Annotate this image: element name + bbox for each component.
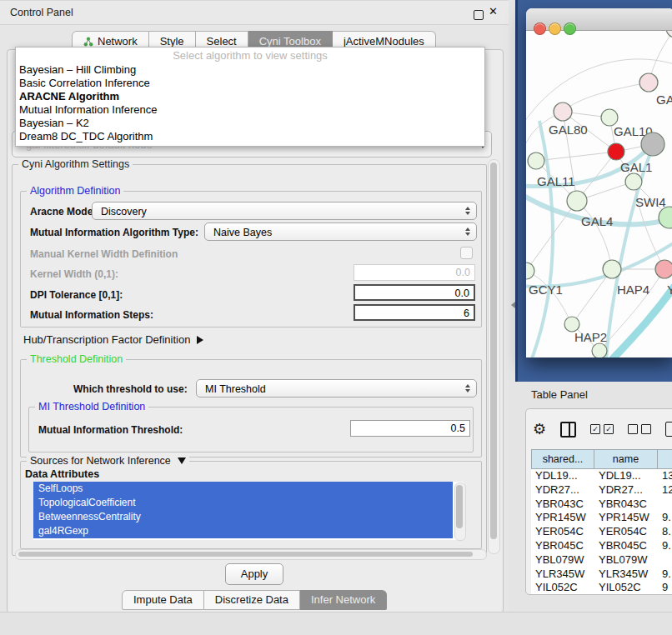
table-cell: 8. bbox=[658, 525, 672, 539]
columns-icon[interactable] bbox=[560, 422, 576, 438]
algorithm-option[interactable]: Basic Correlation Inference bbox=[16, 77, 484, 90]
cyni-settings-legend: Cyni Algorithm Settings bbox=[18, 158, 133, 170]
gear-icon[interactable]: ⚙ bbox=[533, 422, 546, 437]
which-threshold-label: Which threshold to use: bbox=[73, 383, 188, 395]
algorithm-dropdown-placeholder: Select algorithm to view settings bbox=[16, 48, 484, 63]
network-node-swi4[interactable] bbox=[659, 207, 672, 228]
network-node-gal80[interactable] bbox=[554, 102, 572, 121]
column-header[interactable]: shared... bbox=[531, 449, 594, 469]
column-header[interactable] bbox=[658, 449, 672, 469]
table-row[interactable]: YIL052CYIL052C9 bbox=[531, 581, 672, 595]
network-node[interactable] bbox=[608, 143, 624, 160]
deselect-all-icon[interactable] bbox=[628, 424, 651, 434]
data-attributes-list[interactable]: SelfLoopsTopologicalCoefficientBetweenne… bbox=[33, 482, 464, 540]
mi-algorithm-type-combobox[interactable]: Naive Bayes bbox=[204, 222, 477, 241]
mi-threshold-field[interactable]: 0.5 bbox=[350, 420, 470, 437]
network-node[interactable] bbox=[592, 343, 607, 358]
table-row[interactable]: YER054CYER054C8. bbox=[531, 525, 672, 539]
sources-expander-label: Sources for Network Inference bbox=[30, 455, 171, 467]
select-all-icon[interactable]: ✓✓ bbox=[590, 424, 614, 434]
table-row[interactable]: YBR043CYBR043C bbox=[531, 498, 672, 512]
network-canvas[interactable]: GALGAL80GAL10GAL1GAL11GAL4SWI4GCY1HAP4YH… bbox=[526, 31, 672, 358]
table-header-row: shared...name bbox=[531, 449, 672, 469]
bottom-tab-infer-network[interactable]: Infer Network bbox=[300, 590, 387, 610]
node-label: GAL80 bbox=[549, 122, 588, 137]
attribute-item[interactable]: SelfLoops bbox=[33, 482, 453, 496]
bottom-tab-discretize-data[interactable]: Discretize Data bbox=[204, 590, 300, 610]
table-cell: 13 bbox=[658, 469, 672, 483]
table-cell: YPR145W bbox=[531, 511, 594, 525]
algorithm-option[interactable]: ARACNE Algorithm bbox=[16, 90, 484, 103]
network-node-gal10[interactable] bbox=[601, 109, 618, 126]
hub-factor-expander-label: Hub/Transcription Factor Definition bbox=[23, 333, 190, 346]
table-row[interactable]: YLR345WYLR345W9. bbox=[531, 568, 672, 582]
float-panel-icon[interactable] bbox=[474, 10, 484, 20]
table-toolbar: ⚙ ✓✓ bbox=[533, 419, 672, 439]
apply-button[interactable]: Apply bbox=[225, 563, 283, 585]
aracne-mode-label: Aracne Mode: bbox=[30, 206, 96, 218]
table-row[interactable]: YPR145WYPR145W9. bbox=[531, 511, 672, 525]
network-node-gal1[interactable] bbox=[625, 173, 642, 190]
dpi-tolerance-field[interactable]: 0.0 bbox=[354, 284, 475, 301]
algorithm-option[interactable]: Dream8 DC_TDC Algorithm bbox=[16, 130, 484, 143]
which-threshold-combobox[interactable]: MI Threshold bbox=[196, 379, 477, 398]
algorithm-definition-legend: Algorithm Definition bbox=[27, 185, 123, 197]
attribute-item[interactable]: BetweennessCentrality bbox=[33, 510, 453, 524]
table-panel: Table Panel ⚙ ✓✓ shared...name YDL19...Y… bbox=[515, 382, 672, 612]
mi-algorithm-type-value: Naive Bayes bbox=[213, 227, 272, 238]
file-icon[interactable] bbox=[665, 422, 672, 437]
scrollbar-thumb[interactable] bbox=[456, 485, 463, 528]
column-header[interactable]: name bbox=[594, 449, 658, 469]
mi-steps-field[interactable]: 6 bbox=[354, 304, 475, 321]
network-node-hap4[interactable] bbox=[603, 260, 621, 278]
kernel-width-field[interactable]: 0.0 bbox=[354, 264, 475, 281]
table-row[interactable]: YDR27...YDR27...12 bbox=[531, 483, 672, 498]
table-cell: YER054C bbox=[594, 525, 658, 539]
network-node-gcy1[interactable] bbox=[526, 262, 534, 279]
network-window-titlebar[interactable] bbox=[526, 8, 672, 31]
table-cell: YBR045C bbox=[594, 539, 658, 553]
attribute-item[interactable]: TopologicalCoefficient bbox=[33, 496, 453, 510]
attributes-scrollbar[interactable] bbox=[454, 482, 466, 541]
network-view-window[interactable]: GALGAL80GAL10GAL1GAL11GAL4SWI4GCY1HAP4YH… bbox=[526, 8, 672, 358]
node-label: GAL11 bbox=[537, 174, 575, 188]
bottom-tab-impute-data[interactable]: Impute Data bbox=[122, 590, 204, 610]
attribute-item[interactable]: gal4RGexp bbox=[33, 524, 453, 538]
close-icon[interactable]: ✕ bbox=[489, 5, 498, 18]
table-row[interactable]: YDL19...YDL19...13 bbox=[531, 469, 672, 483]
table-cell: 9. bbox=[658, 568, 672, 582]
table-body: YDL19...YDL19...13YDR27...YDR27...12YBR0… bbox=[531, 469, 672, 595]
control-panel-titlebar: Control Panel ✕ bbox=[0, 1, 509, 25]
table-cell: 9. bbox=[658, 539, 672, 553]
network-icon bbox=[83, 37, 93, 47]
table-cell: YLR345W bbox=[594, 568, 658, 582]
table-row[interactable]: YBL079WYBL079W bbox=[531, 553, 672, 568]
table-cell: YIL052C bbox=[531, 581, 594, 595]
network-node-gal4[interactable] bbox=[567, 191, 587, 211]
table-cell: YDL19... bbox=[594, 469, 658, 483]
table-cell: 9 bbox=[658, 581, 672, 595]
manual-kernel-width-checkbox[interactable] bbox=[460, 247, 473, 259]
network-node-y[interactable] bbox=[655, 260, 672, 278]
aracne-mode-combobox[interactable]: Discovery bbox=[92, 202, 477, 220]
data-attributes-label: Data Attributes bbox=[25, 468, 99, 480]
node-label: GAL1 bbox=[620, 160, 652, 174]
network-node[interactable] bbox=[641, 132, 664, 156]
settings-horizontal-scrollbar[interactable] bbox=[15, 549, 487, 560]
algorithm-option[interactable]: Bayesian – K2 bbox=[16, 117, 484, 130]
algorithm-option[interactable]: Bayesian – Hill Climbing bbox=[16, 63, 484, 77]
algorithm-option[interactable]: Mutual Information Inference bbox=[16, 103, 484, 117]
scrollbar-thumb[interactable] bbox=[490, 162, 497, 539]
network-node-gal11[interactable] bbox=[528, 152, 544, 169]
split-divider-handle[interactable] bbox=[511, 302, 515, 308]
scrollbar-thumb[interactable] bbox=[18, 552, 473, 557]
control-panel: Control Panel ✕ NetworkStyleSelectCyni T… bbox=[0, 0, 509, 612]
table-row[interactable]: YBR045CYBR045C9. bbox=[531, 539, 672, 553]
table-cell: YDR27... bbox=[531, 483, 594, 498]
network-node-gal[interactable] bbox=[639, 73, 658, 92]
hub-factor-expander[interactable]: Hub/Transcription Factor Definition bbox=[23, 333, 203, 346]
expander-collapsed-icon bbox=[197, 336, 203, 344]
settings-vertical-scrollbar[interactable] bbox=[488, 159, 500, 554]
sources-expander[interactable]: Sources for Network Inference bbox=[27, 455, 189, 467]
network-edge bbox=[577, 201, 612, 269]
